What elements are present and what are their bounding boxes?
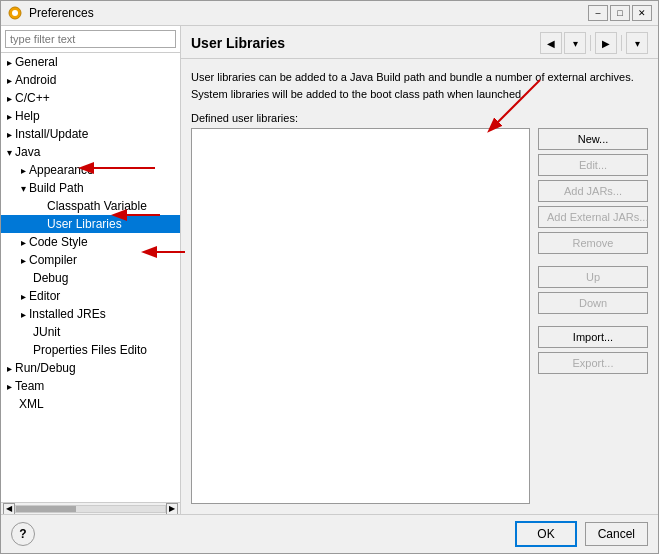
down-button: Down <box>538 292 648 314</box>
scroll-track <box>15 505 166 513</box>
tree-item-classpath_variables[interactable]: Classpath Variable <box>1 197 180 215</box>
tree-item-debug[interactable]: Debug <box>1 269 180 287</box>
tree-label-classpath_variables: Classpath Variable <box>47 199 147 213</box>
content-row: New...Edit...Add JARs...Add External JAR… <box>191 128 648 504</box>
tree-label-junit: JUnit <box>33 325 60 339</box>
tree-arrow-appearance[interactable]: ▸ <box>21 165 26 176</box>
tree-item-junit[interactable]: JUnit <box>1 323 180 341</box>
tree-item-user_libraries[interactable]: User Libraries <box>1 215 180 233</box>
tree-label-compiler: Compiler <box>29 253 77 267</box>
bottom-left: ? <box>11 522 507 546</box>
tree-label-properties_files: Properties Files Edito <box>33 343 147 357</box>
toolbar-separator2 <box>621 35 622 51</box>
back-button[interactable]: ◀ <box>540 32 562 54</box>
tree-item-java[interactable]: ▾ Java <box>1 143 180 161</box>
ok-button[interactable]: OK <box>515 521 576 547</box>
tree-item-installed_jres[interactable]: ▸ Installed JREs <box>1 305 180 323</box>
tree-label-code_style: Code Style <box>29 235 88 249</box>
tree-arrow-team[interactable]: ▸ <box>7 381 12 392</box>
tree-label-run_debug: Run/Debug <box>15 361 76 375</box>
button-spacer2 <box>538 318 648 322</box>
add_jars-button: Add JARs... <box>538 180 648 202</box>
description-text: User libraries can be added to a Java Bu… <box>191 69 648 102</box>
tree-item-cpp[interactable]: ▸ C/C++ <box>1 89 180 107</box>
scroll-thumb <box>16 506 76 512</box>
libraries-list[interactable] <box>191 128 530 504</box>
remove-button: Remove <box>538 232 648 254</box>
tree-arrow-code_style[interactable]: ▸ <box>21 237 26 248</box>
tree-arrow-android[interactable]: ▸ <box>7 75 12 86</box>
tree-label-team: Team <box>15 379 44 393</box>
tree-item-xml[interactable]: XML <box>1 395 180 413</box>
left-panel: ▸ General▸ Android▸ C/C++▸ Help▸ Install… <box>1 26 181 514</box>
tree-label-general: General <box>15 55 58 69</box>
help-button[interactable]: ? <box>11 522 35 546</box>
filter-input[interactable] <box>5 30 176 48</box>
tree-item-general[interactable]: ▸ General <box>1 53 180 71</box>
button-spacer <box>538 258 648 262</box>
app-icon <box>7 5 23 21</box>
scroll-left-button[interactable]: ◀ <box>3 503 15 515</box>
tree-item-install_update[interactable]: ▸ Install/Update <box>1 125 180 143</box>
toolbar-icons: ◀ ▾ ▶ ▾ <box>540 32 648 54</box>
tree-item-android[interactable]: ▸ Android <box>1 71 180 89</box>
tree-arrow-install_update[interactable]: ▸ <box>7 129 12 140</box>
svg-point-1 <box>12 10 18 16</box>
tree-label-java: Java <box>15 145 40 159</box>
tree-label-appearance: Appearance <box>29 163 94 177</box>
forward-button[interactable]: ▶ <box>595 32 617 54</box>
filter-box <box>1 26 180 53</box>
close-button[interactable]: ✕ <box>632 5 652 21</box>
tree-label-xml: XML <box>19 397 44 411</box>
tree-arrow-general[interactable]: ▸ <box>7 57 12 68</box>
tree-label-cpp: C/C++ <box>15 91 50 105</box>
import-button[interactable]: Import... <box>538 326 648 348</box>
tree-label-debug: Debug <box>33 271 68 285</box>
tree-arrow-compiler[interactable]: ▸ <box>21 255 26 266</box>
bottom-bar: ? OK Cancel <box>1 514 658 553</box>
tree-label-editor: Editor <box>29 289 60 303</box>
panel-title: User Libraries <box>191 35 285 51</box>
tree-item-help[interactable]: ▸ Help <box>1 107 180 125</box>
tree-label-user_libraries: User Libraries <box>47 217 122 231</box>
tree-arrow-java[interactable]: ▾ <box>7 147 12 158</box>
tree-item-compiler[interactable]: ▸ Compiler <box>1 251 180 269</box>
toolbar-separator <box>590 35 591 51</box>
tree-arrow-help[interactable]: ▸ <box>7 111 12 122</box>
main-content: ▸ General▸ Android▸ C/C++▸ Help▸ Install… <box>1 26 658 514</box>
horizontal-scrollbar[interactable]: ◀ ▶ <box>1 502 180 514</box>
defined-label: Defined user libraries: <box>191 112 648 124</box>
tree-item-appearance[interactable]: ▸ Appearance <box>1 161 180 179</box>
tree-item-properties_files[interactable]: Properties Files Edito <box>1 341 180 359</box>
tree-label-installed_jres: Installed JREs <box>29 307 106 321</box>
new-button[interactable]: New... <box>538 128 648 150</box>
tree-label-android: Android <box>15 73 56 87</box>
tree-arrow-build_path[interactable]: ▾ <box>21 183 26 194</box>
tree-arrow-installed_jres[interactable]: ▸ <box>21 309 26 320</box>
scroll-right-button[interactable]: ▶ <box>166 503 178 515</box>
tree-label-install_update: Install/Update <box>15 127 88 141</box>
tree-item-build_path[interactable]: ▾ Build Path <box>1 179 180 197</box>
tree-item-run_debug[interactable]: ▸ Run/Debug <box>1 359 180 377</box>
right-panel: User Libraries ◀ ▾ ▶ ▾ User libraries ca… <box>181 26 658 514</box>
dropdown-button[interactable]: ▾ <box>564 32 586 54</box>
tree-label-help: Help <box>15 109 40 123</box>
up-button: Up <box>538 266 648 288</box>
window-title: Preferences <box>29 6 588 20</box>
tree-arrow-cpp[interactable]: ▸ <box>7 93 12 104</box>
maximize-button[interactable]: □ <box>610 5 630 21</box>
edit-button: Edit... <box>538 154 648 176</box>
minimize-button[interactable]: – <box>588 5 608 21</box>
cancel-button[interactable]: Cancel <box>585 522 648 546</box>
export-button: Export... <box>538 352 648 374</box>
tree-item-team[interactable]: ▸ Team <box>1 377 180 395</box>
tree-arrow-editor[interactable]: ▸ <box>21 291 26 302</box>
tree-item-editor[interactable]: ▸ Editor <box>1 287 180 305</box>
tree-item-code_style[interactable]: ▸ Code Style <box>1 233 180 251</box>
add_external_jars-button: Add External JARs... <box>538 206 648 228</box>
tree-arrow-run_debug[interactable]: ▸ <box>7 363 12 374</box>
buttons-column: New...Edit...Add JARs...Add External JAR… <box>538 128 648 504</box>
view-menu-button[interactable]: ▾ <box>626 32 648 54</box>
right-body: User libraries can be added to a Java Bu… <box>181 59 658 514</box>
right-header: User Libraries ◀ ▾ ▶ ▾ <box>181 26 658 59</box>
